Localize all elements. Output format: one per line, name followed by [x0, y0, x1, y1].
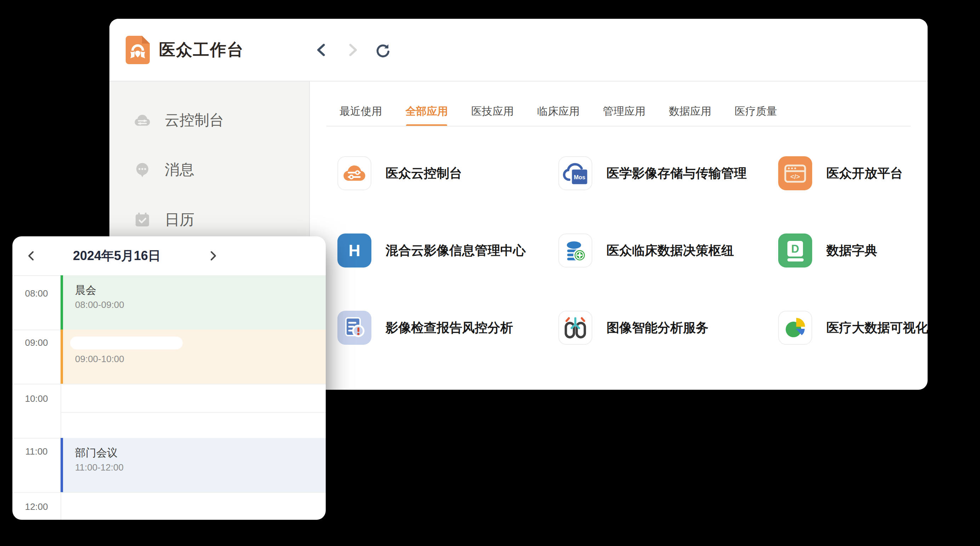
- forward-button[interactable]: [345, 42, 360, 58]
- app-name: 混合云影像信息管理中心: [385, 242, 526, 259]
- app-image-ai-analysis[interactable]: 图像智能分析服务: [558, 311, 708, 345]
- event-title: 晨会: [75, 283, 326, 297]
- tab-recent[interactable]: 最近使用: [339, 96, 382, 126]
- tab-all-apps[interactable]: 全部应用: [406, 96, 448, 126]
- time-label: 09:00: [13, 337, 60, 348]
- calendar-icon: [133, 210, 152, 229]
- sidebar-item-label: 日历: [165, 210, 194, 230]
- tab-management-apps[interactable]: 管理应用: [603, 96, 646, 126]
- refresh-icon: [375, 42, 390, 58]
- data-dictionary-app-icon: D: [778, 233, 812, 268]
- chevron-right-icon: [207, 249, 219, 262]
- app-name: 医疗大数据可视化: [826, 319, 928, 337]
- calendar-event-redacted[interactable]: 09:00-10:00: [60, 329, 326, 384]
- calendar-date-label: 2024年5月16日: [51, 236, 182, 275]
- app-imaging-storage[interactable]: Mos 医学影像存储与传输管理: [558, 156, 747, 190]
- chevron-right-icon: [345, 42, 360, 58]
- app-name: 医众云控制台: [385, 165, 462, 182]
- medical-bigdata-viz-app-icon: [778, 311, 812, 345]
- app-clinical-data-hub[interactable]: 医众临床数据决策枢纽: [558, 233, 734, 268]
- calendar-event-department-meeting[interactable]: 部门会议 11:00-12:00: [60, 438, 326, 492]
- sidebar-item-calendar[interactable]: 日历: [110, 208, 309, 232]
- desktop-background: { "colors": { "accent_orange": "#ED8B3F"…: [0, 0, 980, 546]
- svg-text:</>: </>: [790, 173, 800, 180]
- app-medical-bigdata-viz[interactable]: 医疗大数据可视化: [778, 311, 928, 345]
- app-cloud-console[interactable]: 医众云控制台: [337, 156, 462, 190]
- report-risk-analysis-app-icon: [337, 311, 371, 345]
- app-title: 医众工作台: [159, 39, 244, 61]
- sidebar-item-messages[interactable]: 消息: [110, 158, 309, 182]
- message-icon: [133, 160, 152, 179]
- app-category-tabs: 最近使用 全部应用 医技应用 临床应用 管理应用 数据应用 医疗质量: [339, 96, 777, 126]
- hybrid-cloud-imaging-app-icon: H: [337, 233, 371, 268]
- app-report-risk-analysis[interactable]: 影像检查报告风控分析: [337, 311, 513, 345]
- calendar-event-morning-meeting[interactable]: 晨会 08:00-09:00: [60, 275, 326, 329]
- time-label: 08:00: [13, 288, 60, 299]
- redacted-event-title: [70, 337, 183, 350]
- app-name: 图像智能分析服务: [606, 319, 708, 337]
- app-hybrid-cloud-imaging[interactable]: H 混合云影像信息管理中心: [337, 233, 526, 268]
- event-time-range: 09:00-10:00: [75, 353, 326, 365]
- time-label: 11:00: [13, 446, 60, 457]
- time-label: 12:00: [13, 501, 60, 512]
- sidebar-item-cloud-console[interactable]: 云控制台: [110, 108, 309, 132]
- hour-gridline: [13, 384, 326, 385]
- sidebar-item-label: 云控制台: [165, 110, 224, 130]
- svg-text:H: H: [348, 241, 360, 260]
- svg-text:D: D: [791, 243, 799, 255]
- app-name: 数据字典: [826, 242, 877, 259]
- back-button[interactable]: [314, 42, 329, 58]
- window-nav: [314, 19, 390, 81]
- clinical-data-hub-app-icon: [558, 233, 592, 268]
- app-name: 医众开放平台: [826, 165, 903, 182]
- cloud-console-app-icon: [337, 156, 371, 190]
- event-time-range: 11:00-12:00: [75, 461, 326, 473]
- app-name: 影像检查报告风控分析: [385, 319, 513, 337]
- brand: 医众工作台: [126, 19, 244, 81]
- window-header: 医众工作台: [110, 19, 928, 81]
- open-platform-app-icon: </>: [778, 156, 812, 190]
- calendar-panel: 2024年5月16日 08:00 09:00 10:00 11:00 12:00…: [13, 236, 326, 520]
- calendar-prev-day-button[interactable]: [25, 249, 38, 262]
- refresh-button[interactable]: [375, 42, 390, 58]
- chevron-left-icon: [314, 42, 329, 58]
- tab-medtech-apps[interactable]: 医技应用: [471, 96, 514, 126]
- hour-gridline: [13, 492, 326, 493]
- sidebar-item-label: 消息: [165, 160, 194, 180]
- half-hour-gridline: [61, 412, 326, 413]
- app-name: 医众临床数据决策枢纽: [606, 242, 734, 259]
- app-name: 医学影像存储与传输管理: [606, 165, 747, 182]
- imaging-storage-app-icon: Mos: [558, 156, 592, 190]
- time-label: 10:00: [13, 393, 60, 404]
- app-data-dictionary[interactable]: D 数据字典: [778, 233, 877, 268]
- app-open-platform[interactable]: </> 医众开放平台: [778, 156, 903, 190]
- event-title: 部门会议: [75, 446, 326, 460]
- tab-clinical-apps[interactable]: 临床应用: [537, 96, 579, 126]
- tab-data-apps[interactable]: 数据应用: [669, 96, 711, 126]
- cloud-console-icon: [133, 110, 152, 130]
- event-time-range: 08:00-09:00: [75, 299, 326, 311]
- tab-medical-quality[interactable]: 医疗质量: [735, 96, 777, 126]
- chevron-left-icon: [25, 249, 38, 262]
- calendar-next-day-button[interactable]: [207, 249, 219, 262]
- calendar-header: 2024年5月16日: [13, 236, 326, 276]
- image-ai-analysis-app-icon: [558, 311, 592, 345]
- svg-text:Mos: Mos: [574, 174, 585, 180]
- app-logo-icon: [126, 36, 150, 64]
- tabbar-divider: [326, 126, 911, 126]
